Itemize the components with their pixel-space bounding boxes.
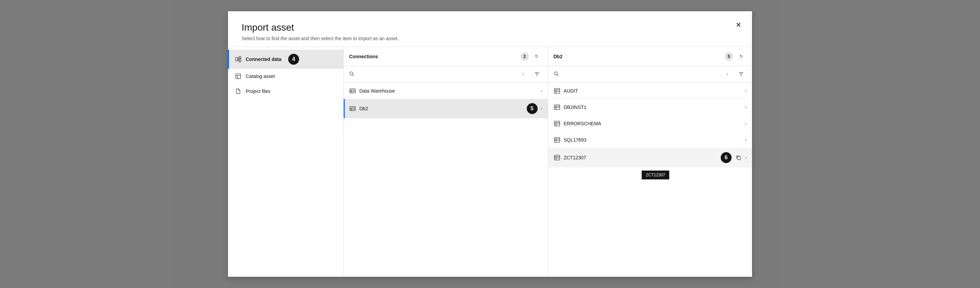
db2-filter-icon	[738, 71, 744, 78]
copy-icon[interactable]	[735, 154, 742, 161]
catalog-asset-label: Catalog asset	[246, 73, 275, 79]
db2-list: AUDIT ›	[548, 83, 752, 277]
db2-refresh-button[interactable]: ↻	[736, 51, 746, 62]
sidebar-item-project-files[interactable]: Project files	[228, 84, 343, 99]
list-item-db2[interactable]: Db2 5 ›	[344, 99, 548, 118]
filter-icon	[534, 71, 540, 78]
svg-rect-3	[239, 60, 241, 62]
db2inst1-schema-icon	[554, 104, 560, 111]
zct12307-chevron: ›	[745, 155, 746, 160]
db2inst1-label: DB2INST1	[564, 105, 742, 110]
svg-rect-0	[235, 57, 237, 61]
modal-title: Import asset	[242, 22, 738, 33]
modal-subtitle: Select how to find the asset and then se…	[242, 36, 738, 41]
zct12307-tooltip: ZCT12307	[642, 170, 669, 180]
project-files-icon	[235, 88, 242, 95]
connections-filter-button[interactable]	[531, 69, 542, 80]
catalog-asset-icon	[235, 73, 242, 80]
step-badge-4: 4	[288, 54, 299, 65]
errorschema-schema-icon	[554, 120, 560, 127]
step-badge-6: 6	[721, 152, 732, 163]
db2-filter-button[interactable]	[736, 69, 746, 80]
svg-rect-1	[239, 57, 241, 58]
svg-point-23	[554, 72, 557, 75]
refresh-icon: ↻	[535, 54, 539, 59]
db2-search-bar: ↑	[548, 66, 752, 83]
zct12307-label: ZCT12307	[564, 155, 715, 160]
data-warehouse-icon	[349, 88, 356, 94]
svg-line-24	[557, 75, 558, 76]
list-item-audit[interactable]: AUDIT ›	[548, 83, 752, 99]
list-item-db2inst1[interactable]: DB2INST1 ›	[548, 99, 752, 115]
connections-search-icon	[349, 71, 355, 78]
svg-rect-32	[554, 105, 560, 110]
connections-panel-title: Connections	[349, 54, 518, 59]
svg-point-10	[350, 72, 353, 75]
db2-chevron: ›	[541, 106, 542, 111]
list-item-data-warehouse[interactable]: Data Warehouse ›	[344, 83, 548, 99]
modal-body: Connected data 4 Catalog asset	[228, 47, 752, 277]
sidebar-item-catalog-asset[interactable]: Catalog asset	[228, 69, 343, 84]
audit-label: AUDIT	[564, 88, 742, 94]
sidebar: Connected data 4 Catalog asset	[228, 47, 344, 277]
content-panels: Connections 2 ↻	[344, 47, 752, 277]
modal-header: Import asset Select how to find the asse…	[228, 11, 752, 47]
audit-schema-icon	[554, 88, 560, 94]
sort-icon: ↑	[522, 72, 524, 77]
db2-count-badge: 5	[725, 53, 733, 60]
connections-list: Data Warehouse ›	[344, 83, 548, 277]
list-item-zct12307[interactable]: ZCT12307 6 › ZCT12307	[548, 148, 752, 167]
step-badge-5: 5	[527, 103, 538, 114]
import-asset-modal: Import asset Select how to find the asse…	[228, 11, 752, 277]
list-item-sql17693[interactable]: SQL17693 ›	[548, 132, 752, 148]
svg-rect-44	[554, 155, 560, 160]
db2-panel-header: Db2 5 ↻	[548, 47, 752, 66]
db2-icon	[349, 105, 356, 112]
svg-rect-28	[554, 89, 560, 93]
sidebar-item-connected-data[interactable]: Connected data 4	[228, 50, 343, 69]
project-files-label: Project files	[246, 89, 270, 94]
close-icon: ✕	[736, 21, 741, 29]
svg-rect-19	[350, 107, 355, 111]
sql17693-chevron: ›	[745, 137, 746, 142]
connections-count-badge: 2	[520, 53, 529, 60]
svg-rect-7	[236, 74, 240, 79]
errorschema-chevron: ›	[745, 121, 746, 126]
errorschema-label: ERRORSCHEMA	[564, 121, 742, 126]
sql17693-schema-icon	[554, 137, 560, 143]
db2-sort-button[interactable]: ↑	[722, 69, 733, 80]
audit-chevron: ›	[745, 89, 746, 93]
zct12307-schema-icon	[554, 154, 560, 161]
db2-sort-icon: ↑	[727, 72, 729, 77]
list-item-errorschema[interactable]: ERRORSCHEMA ›	[548, 115, 752, 132]
svg-rect-15	[350, 89, 355, 93]
svg-rect-48	[737, 157, 740, 160]
close-button[interactable]: ✕	[730, 17, 746, 33]
db2-refresh-icon: ↻	[740, 54, 743, 59]
connections-refresh-button[interactable]: ↻	[531, 51, 542, 62]
db2-label: Db2	[360, 106, 520, 111]
svg-line-11	[353, 75, 354, 76]
data-warehouse-label: Data Warehouse	[360, 88, 538, 94]
connected-data-label: Connected data	[246, 57, 282, 62]
sql17693-label: SQL17693	[564, 137, 742, 143]
db2inst1-chevron: ›	[745, 105, 746, 110]
db2-search-icon	[554, 71, 559, 78]
db2-search-input[interactable]	[562, 72, 720, 77]
connections-search-input[interactable]	[357, 72, 515, 77]
svg-rect-2	[239, 59, 241, 60]
data-warehouse-chevron: ›	[541, 89, 542, 93]
db2-panel-title: Db2	[554, 54, 722, 59]
connections-panel-header: Connections 2 ↻	[344, 47, 548, 66]
svg-rect-40	[554, 137, 560, 142]
svg-rect-36	[554, 121, 560, 126]
connections-panel: Connections 2 ↻	[344, 47, 548, 277]
connections-sort-button[interactable]: ↑	[518, 69, 529, 80]
connected-data-icon	[235, 56, 242, 63]
db2-panel: Db2 5 ↻	[548, 47, 752, 277]
connections-search-bar: ↑	[344, 66, 548, 83]
